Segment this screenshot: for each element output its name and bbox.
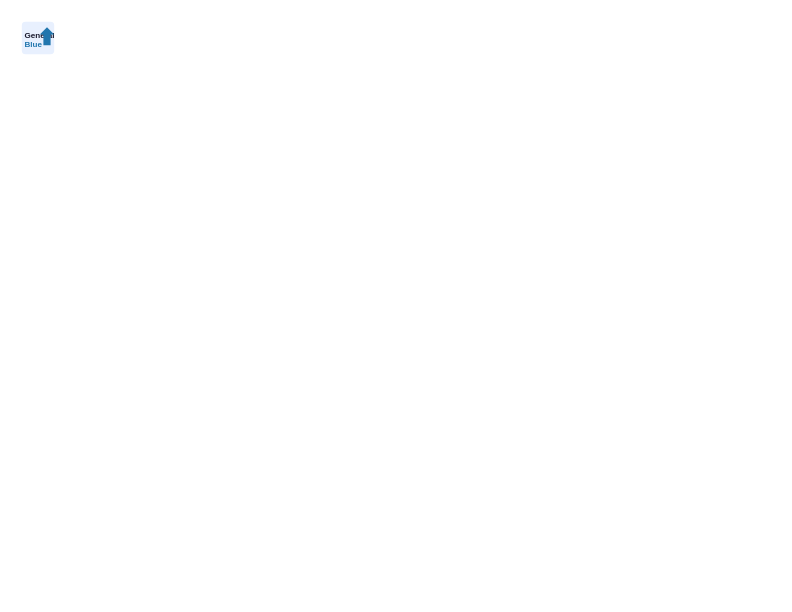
svg-text:Blue: Blue (25, 40, 43, 49)
logo-icon: General Blue (20, 20, 56, 56)
page-header: General Blue (20, 20, 772, 56)
logo: General Blue (20, 20, 60, 56)
